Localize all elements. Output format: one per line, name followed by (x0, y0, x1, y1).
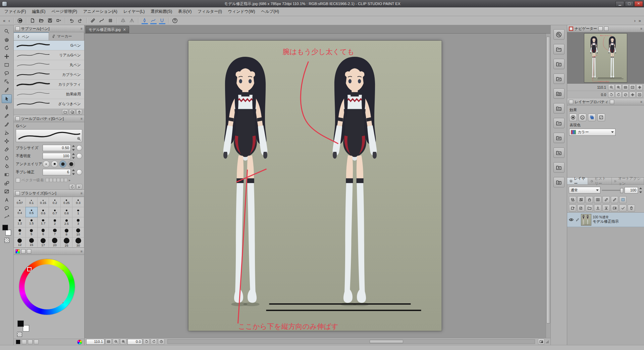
enable-mask-icon[interactable] (594, 196, 601, 203)
layer-opacity-slider[interactable] (602, 190, 623, 191)
u-toggle-icon[interactable] (158, 17, 166, 24)
save-file-icon[interactable] (46, 17, 54, 24)
antialias-none-button[interactable] (43, 161, 50, 168)
sv-marker[interactable] (32, 299, 35, 302)
brush-size-cell[interactable]: 1 (72, 207, 84, 217)
brush-size-cell[interactable]: 15 (26, 237, 37, 247)
tool-settings-icon[interactable] (76, 184, 82, 189)
brush-size-cell[interactable]: 0.2 (49, 197, 60, 207)
airbrush-tool-button[interactable] (2, 129, 11, 137)
tab-layers[interactable]: レイヤー (567, 178, 588, 184)
brush-size-cell[interactable]: 1.5 (26, 217, 37, 227)
subtool-item[interactable]: 丸ペン (14, 60, 84, 70)
material-folder-icon[interactable] (553, 74, 565, 84)
brush-size-cell[interactable]: 5 (26, 227, 37, 237)
navigator-preview-area[interactable] (567, 32, 644, 84)
fill-tool-button[interactable] (2, 162, 11, 170)
layer-opacity-stepper[interactable] (639, 187, 642, 194)
undo-icon[interactable] (67, 17, 76, 24)
blend-tool-button[interactable] (2, 154, 11, 162)
nav-flip-vertical-icon[interactable] (629, 92, 636, 98)
new-vector-layer-icon[interactable] (577, 205, 585, 212)
brush-size-input[interactable]: 0.50 (43, 145, 71, 151)
create-folder-icon[interactable] (62, 109, 68, 115)
brush-size-cell[interactable]: 17 (38, 237, 49, 247)
brush-size-dynamics-icon[interactable] (76, 145, 82, 151)
hand-tool-button[interactable] (2, 36, 11, 44)
brush-tool-button[interactable] (2, 120, 11, 128)
close-button[interactable]: ✕ (634, 1, 643, 7)
color-panel-header[interactable]: ≡ (14, 248, 84, 255)
brush-size-cell[interactable]: 0.6 (38, 207, 49, 217)
material-folder-icon[interactable] (553, 59, 565, 69)
eyedropper-tool-button[interactable] (2, 86, 11, 94)
menu-item[interactable]: アニメーション(A) (80, 8, 120, 15)
document-close-icon[interactable]: ✕ (123, 28, 126, 32)
brush-size-cell[interactable]: 4 (14, 227, 25, 237)
brush-size-cell[interactable]: 6 (38, 227, 49, 237)
dock-collapse-right-icon[interactable]: » (637, 18, 642, 23)
menu-item[interactable]: 表示(V) (175, 8, 195, 15)
brush-size-panel-header[interactable]: ブラシサイズ[Gペン] ≡ (14, 190, 84, 197)
vector-snap-expand-icon[interactable]: ▸ (69, 178, 71, 182)
border-effect-icon[interactable] (569, 114, 577, 121)
help-icon[interactable] (171, 17, 179, 24)
set-draft-icon[interactable] (611, 196, 618, 203)
line-correct-tool-button[interactable] (2, 213, 11, 221)
pen-tool-button[interactable] (2, 103, 11, 112)
eraser-tool-button[interactable] (2, 145, 11, 154)
object-tool-button[interactable] (2, 94, 12, 103)
layer-row[interactable]: 100 %通常 モデル修正指示 (567, 213, 644, 227)
brush-size-cell[interactable]: 2 (49, 217, 60, 227)
color-option-icon[interactable] (28, 340, 33, 344)
duplicate-subtool-icon[interactable] (69, 109, 75, 115)
transfer-down-icon[interactable] (594, 205, 601, 212)
color-slider-tab-icon[interactable] (21, 249, 25, 254)
color-option-icon[interactable] (34, 340, 39, 344)
tab-auto-action[interactable]: オートアクション (612, 178, 644, 184)
panel-menu-icon[interactable]: ≡ (80, 27, 83, 31)
minimize-button[interactable]: ▁ (615, 1, 624, 7)
menu-item[interactable]: フィルター(I) (195, 8, 225, 15)
snap-special-ruler-icon[interactable] (98, 17, 106, 24)
figure-tool-button[interactable] (2, 179, 11, 187)
stabilize-input[interactable]: 6 (43, 169, 71, 175)
tone-icon[interactable] (579, 114, 586, 121)
curve-toggle-icon[interactable] (149, 17, 158, 24)
lock-layer-icon[interactable] (586, 196, 593, 203)
layer-thumbnail[interactable] (581, 214, 591, 225)
brush-size-cell[interactable]: 3 (72, 217, 84, 227)
rotate-left-icon[interactable] (143, 339, 150, 345)
tab-history[interactable]: ヒストリー (588, 178, 611, 184)
canvas-viewport[interactable] (85, 34, 550, 338)
panel-menu-icon[interactable]: ≡ (640, 27, 642, 31)
maximize-button[interactable]: ▢ (625, 1, 634, 7)
subtool-item[interactable]: ざらつきペン (14, 99, 84, 109)
transparent-color-swatch[interactable] (4, 238, 9, 243)
nav-zoom-100-icon[interactable] (629, 84, 636, 90)
color-option-icon[interactable] (22, 340, 26, 344)
perspective-ruler-icon[interactable] (128, 17, 136, 24)
brush-size-cell[interactable]: 0.5 (26, 207, 37, 217)
move-layer-tool-button[interactable] (2, 52, 11, 60)
menu-item[interactable]: ウィンドウ(W) (225, 8, 258, 15)
opacity-dynamics-icon[interactable] (76, 153, 82, 159)
frame-border-tool-button[interactable] (2, 187, 11, 195)
brush-size-cell[interactable]: 0.4 (14, 207, 25, 217)
background-color-swatch[interactable] (5, 230, 11, 235)
brush-size-cell[interactable]: 1.7 (38, 217, 49, 227)
stabilize-dynamics-icon[interactable] (76, 169, 82, 175)
menu-item[interactable]: ページ管理(P) (48, 8, 80, 15)
eye-icon[interactable] (569, 217, 574, 222)
reset-tool-icon[interactable] (69, 184, 75, 189)
new-file-icon[interactable] (29, 17, 37, 24)
brush-size-cell[interactable]: 25 (61, 237, 72, 247)
material-folder-icon[interactable] (553, 177, 565, 187)
material-folder-icon[interactable] (553, 118, 565, 128)
saturation-value-box[interactable] (31, 270, 63, 303)
material-folder-icon[interactable] (553, 147, 565, 158)
navigator-rotate-value[interactable]: 0.0 (595, 93, 607, 97)
antialias-strong-button[interactable] (68, 161, 75, 168)
brush-size-cell[interactable]: 0.15 (38, 197, 49, 207)
pencil-tool-button[interactable] (2, 112, 11, 120)
